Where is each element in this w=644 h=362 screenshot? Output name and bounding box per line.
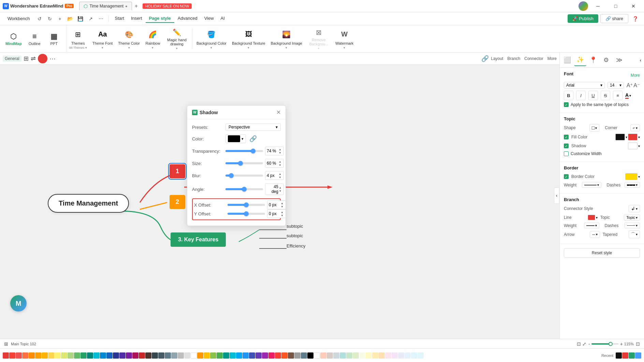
palette-color[interactable] — [184, 352, 190, 359]
weight-select[interactable]: ▾ — [582, 182, 601, 188]
panel-tab-link[interactable]: 📍 — [587, 54, 599, 66]
xoffset-up[interactable]: ▲ — [280, 201, 284, 205]
size-down[interactable]: ▼ — [278, 163, 282, 167]
palette-color[interactable] — [42, 352, 48, 359]
layout-btn[interactable]: ⊞ — [24, 55, 29, 62]
palette-color[interactable] — [80, 352, 87, 359]
connector-style-select[interactable]: ↲ ▾ — [629, 205, 640, 212]
open-button[interactable]: 📂 — [65, 14, 75, 24]
transparency-thumb[interactable] — [251, 149, 255, 153]
reset-style-button[interactable]: Reset style — [564, 248, 640, 258]
center-node[interactable]: Time Management — [48, 194, 129, 213]
bold-button[interactable]: B — [564, 91, 573, 100]
palette-color[interactable] — [132, 352, 138, 359]
save-button[interactable]: 💾 — [76, 14, 85, 24]
mindmap-tool[interactable]: ⬡ MindMap — [3, 30, 25, 48]
palette-color[interactable] — [74, 352, 80, 359]
theme-color-group[interactable]: 🎨 Theme Color ▾ — [115, 25, 143, 52]
branch-btn[interactable]: ⇌ — [31, 55, 36, 62]
palette-color[interactable] — [327, 352, 333, 359]
line-arrow[interactable]: ▾ — [596, 216, 598, 220]
node2[interactable]: 2 — [170, 195, 185, 209]
yoffset-thumb[interactable] — [244, 211, 249, 216]
recent-color-4[interactable] — [635, 352, 641, 359]
canvas-area[interactable]: Time Management 1 2 3. Key Features subt… — [0, 52, 559, 339]
palette-color[interactable] — [68, 352, 74, 359]
fit-btn[interactable]: ⊡ — [577, 341, 581, 347]
bg-image-group[interactable]: 🌄 Background Image ▾ — [268, 25, 305, 52]
palette-color[interactable] — [346, 352, 352, 359]
transparency-input[interactable]: 74 % ▲ ▼ — [265, 147, 284, 155]
transparency-down[interactable]: ▼ — [278, 151, 282, 154]
underline-button[interactable]: U — [588, 91, 598, 100]
outline-tool[interactable]: ≡ Outline — [25, 30, 44, 48]
angle-up[interactable]: ▲ — [278, 186, 282, 189]
palette-color[interactable] — [165, 352, 171, 359]
palette-color[interactable] — [210, 352, 216, 359]
palette-color[interactable] — [366, 352, 372, 359]
palette-color[interactable] — [294, 352, 301, 359]
nav-view[interactable]: View — [201, 14, 217, 23]
yoffset-slider[interactable] — [228, 213, 265, 215]
workbench-button[interactable]: Workbench — [4, 15, 33, 22]
palette-color[interactable] — [314, 352, 320, 359]
recent-color-3[interactable] — [629, 352, 635, 359]
apply-same-checkbox[interactable]: ✓ — [564, 102, 569, 107]
dashes-select[interactable]: ▾ — [625, 182, 640, 188]
link-icon2[interactable]: 🔗 — [481, 55, 489, 62]
palette-color[interactable] — [3, 352, 9, 359]
recent-color-2[interactable] — [622, 352, 628, 359]
palette-color[interactable] — [223, 352, 229, 359]
watermark-group[interactable]: W Watermark ▾ — [333, 25, 356, 52]
customize-width-checkbox[interactable]: ✓ — [564, 151, 569, 156]
palette-color[interactable] — [385, 352, 391, 359]
palette-color[interactable] — [48, 352, 54, 359]
more-tools[interactable]: ⋯ — [96, 14, 106, 24]
ppt-tool[interactable]: ▦ PPT — [45, 30, 63, 48]
export-button[interactable]: ↗ — [86, 14, 96, 24]
palette-color[interactable] — [236, 352, 242, 359]
node1[interactable]: 1 — [170, 164, 185, 178]
shape-select[interactable]: □ ▾ — [589, 124, 599, 132]
align-button[interactable]: ≡ — [613, 91, 623, 100]
palette-color[interactable] — [230, 352, 236, 359]
recent-color-1[interactable] — [616, 352, 622, 359]
redo-button[interactable]: ↻ — [45, 14, 55, 24]
nav-start[interactable]: Start — [112, 14, 128, 23]
nav-insert[interactable]: Insert — [128, 14, 146, 23]
tab-time-management[interactable]: ⬡ Time Management ● — [79, 2, 132, 10]
panel-tab-more[interactable]: ≫ — [613, 54, 625, 66]
yoffset-input[interactable]: 0 px ▲ ▼ — [267, 209, 286, 218]
palette-color[interactable] — [307, 352, 313, 359]
xoffset-down[interactable]: ▼ — [280, 205, 284, 208]
palette-color[interactable] — [22, 352, 28, 359]
palette-color[interactable] — [392, 352, 398, 359]
palette-color[interactable] — [61, 352, 67, 359]
panel-collapse-btn[interactable]: ‹ — [639, 56, 643, 64]
strikethrough-button[interactable]: S — [601, 91, 610, 100]
xoffset-slider[interactable] — [228, 204, 265, 206]
palette-color[interactable] — [93, 352, 100, 359]
font-size-input[interactable]: 14 ▾ — [608, 82, 624, 89]
palette-color[interactable] — [379, 352, 385, 359]
nav-page-style[interactable]: Page style — [146, 14, 174, 23]
font-name-select[interactable]: Arial ▾ — [564, 82, 605, 89]
shadow-color-swatch[interactable] — [628, 142, 638, 149]
weight2-select[interactable]: ▾ — [584, 223, 599, 228]
palette-color[interactable] — [197, 352, 203, 359]
palette-color[interactable] — [301, 352, 307, 359]
magic-hand-group[interactable]: ✏️ Magic hand drawing ▾ — [163, 25, 191, 52]
palette-color[interactable] — [29, 352, 35, 359]
fill-color-arrow2[interactable]: ▾ — [638, 135, 640, 139]
palette-color[interactable] — [333, 352, 339, 359]
angle-input[interactable]: 45 deg ▲ ▼ — [265, 183, 284, 195]
palette-color[interactable] — [158, 352, 164, 359]
palette-color[interactable] — [171, 352, 177, 359]
close-button[interactable]: ✕ — [626, 1, 641, 11]
zoom-thumb[interactable] — [609, 342, 613, 346]
palette-color[interactable] — [281, 352, 288, 359]
palette-color[interactable] — [359, 352, 365, 359]
bg-texture-group[interactable]: 🖼 Background Texture ▾ — [229, 25, 268, 52]
minimize-button[interactable]: ─ — [590, 1, 606, 11]
fill-color-arrow1[interactable]: ▾ — [626, 135, 627, 139]
